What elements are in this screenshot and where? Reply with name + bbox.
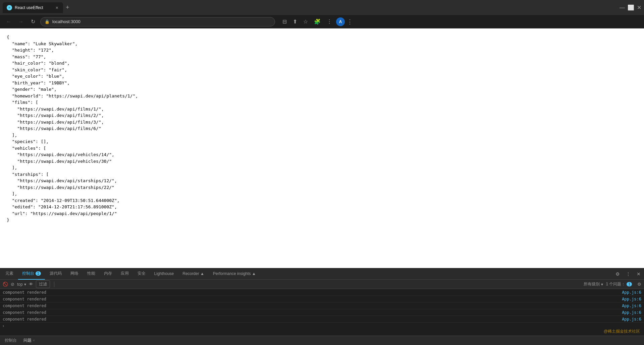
console-row: component rendered App.js:6: [0, 316, 644, 323]
console-clear-button[interactable]: 🚫: [3, 282, 8, 287]
lock-icon: 🔒: [45, 19, 50, 24]
console-row-text: component rendered: [3, 297, 46, 301]
minimize-button[interactable]: —: [620, 5, 625, 11]
console-eye-button[interactable]: 👁: [29, 282, 33, 287]
devtools-more-icon[interactable]: ⋮: [624, 270, 633, 278]
extensions-icon[interactable]: 🧩: [312, 17, 323, 26]
watermark: @稀土掘金技术社区: [604, 329, 640, 334]
console-row-text: component rendered: [3, 310, 46, 315]
devtools-tab-lighthouse[interactable]: Lighthouse: [150, 268, 178, 280]
browser-menu-button[interactable]: ⋮: [347, 18, 353, 25]
console-row-source[interactable]: App.js:6: [622, 303, 641, 308]
devtools-tab-memory[interactable]: 内存: [100, 268, 116, 280]
devtools-tab-console[interactable]: 控制台 1: [18, 268, 45, 280]
tab-close-button[interactable]: ×: [55, 4, 59, 11]
profile-menu-icon[interactable]: ⋮: [325, 17, 334, 26]
tab-favicon: ⚛: [7, 5, 12, 10]
console-row-source[interactable]: App.js:6: [622, 290, 641, 295]
console-row-text: component rendered: [3, 290, 46, 295]
devtools-tab-sources[interactable]: 源代码: [46, 268, 66, 280]
devtools-tab-network[interactable]: 网络: [66, 268, 83, 280]
console-badge: 1: [36, 271, 41, 276]
devtools-tab-bar: 元素 控制台 1 源代码 网络 性能 内存 应用 安全 Lighthouse R…: [0, 268, 644, 280]
console-settings-icon[interactable]: ⚙: [637, 282, 641, 287]
console-row-text: component rendered: [3, 317, 46, 322]
json-display: { "name": "Luke Skywalker", "height": "1…: [7, 34, 637, 223]
translate-icon[interactable]: ⊟: [280, 17, 289, 26]
devtools-tab-security[interactable]: 安全: [133, 268, 150, 280]
tab-title: React useEffect: [15, 5, 52, 10]
forward-button[interactable]: →: [16, 17, 25, 26]
console-row: component rendered App.js:6: [0, 289, 644, 296]
back-button[interactable]: ←: [4, 17, 13, 26]
console-row: component rendered App.js:6: [0, 309, 644, 316]
active-tab[interactable]: ⚛ React useEffect ×: [3, 2, 63, 13]
devtools-panel: 元素 控制台 1 源代码 网络 性能 内存 应用 安全 Lighthouse R…: [0, 268, 644, 345]
console-row: component rendered App.js:6: [0, 296, 644, 302]
bottom-tab-console[interactable]: 控制台: [1, 336, 20, 345]
bottom-tab-close-button[interactable]: ×: [33, 339, 35, 342]
console-context-selector[interactable]: top ▾: [17, 282, 26, 287]
devtools-tab-recorder[interactable]: Recorder ▲: [178, 268, 208, 280]
console-block-button[interactable]: ⊘: [11, 282, 14, 287]
issues-count-badge: 1: [627, 282, 632, 286]
devtools-tab-perf-insights[interactable]: Performance insights ▲: [209, 268, 260, 280]
devtools-close-icon[interactable]: ✕: [635, 270, 643, 278]
share-icon[interactable]: ⬆: [291, 17, 299, 26]
tab-bar: ⚛ React useEffect × +: [3, 0, 615, 15]
console-row-text: component rendered: [3, 303, 46, 308]
console-filter-button[interactable]: 过滤: [36, 280, 50, 288]
new-tab-button[interactable]: +: [63, 3, 72, 12]
console-level-selector[interactable]: 所有级别 ▾: [584, 281, 603, 287]
console-output: component rendered App.js:6 component re…: [0, 289, 644, 336]
console-toolbar: 🚫 ⊘ top ▾ 👁 过滤 所有级别 ▾ 1 个问题： 1 ⚙: [0, 280, 644, 289]
window-controls: — ⬜ ✕: [620, 4, 641, 11]
profile-avatar[interactable]: A: [336, 17, 345, 26]
devtools-tab-elements[interactable]: 元素: [1, 268, 17, 280]
maximize-button[interactable]: ⬜: [628, 4, 634, 11]
browser-chrome: ⚛ React useEffect × + — ⬜ ✕: [0, 0, 644, 15]
devtools-tab-icons: ⚙ ⋮ ✕: [613, 270, 643, 278]
console-row-source[interactable]: App.js:6: [622, 310, 641, 315]
devtools-tab-application[interactable]: 应用: [117, 268, 133, 280]
console-row-source[interactable]: App.js:6: [622, 317, 641, 322]
reload-button[interactable]: ↻: [28, 17, 38, 26]
address-bar-row: ← → ↻ 🔒 localhost:3000 ⊟ ⬆ ☆ 🧩 ⋮ A ⋮: [0, 15, 644, 28]
bottom-tab-issues[interactable]: 问题 ×: [20, 336, 38, 345]
bookmark-icon[interactable]: ☆: [301, 17, 310, 26]
console-row: component rendered App.js:6: [0, 302, 644, 309]
devtools-settings-icon[interactable]: ⚙: [613, 270, 622, 278]
devtools-tab-performance[interactable]: 性能: [83, 268, 99, 280]
separator: [54, 282, 54, 287]
bottom-tab-bar: 控制台 问题 ×: [0, 336, 644, 345]
address-bar[interactable]: 🔒 localhost:3000: [40, 17, 275, 26]
url-text: localhost:3000: [52, 19, 271, 24]
page-content: { "name": "Luke Skywalker", "height": "1…: [0, 28, 644, 268]
console-row-source[interactable]: App.js:6: [622, 297, 641, 301]
close-window-button[interactable]: ✕: [637, 4, 641, 11]
console-issues[interactable]: 1 个问题： 1: [606, 281, 632, 287]
toolbar-icons: ⊟ ⬆ ☆ 🧩 ⋮ A ⋮: [280, 17, 353, 26]
